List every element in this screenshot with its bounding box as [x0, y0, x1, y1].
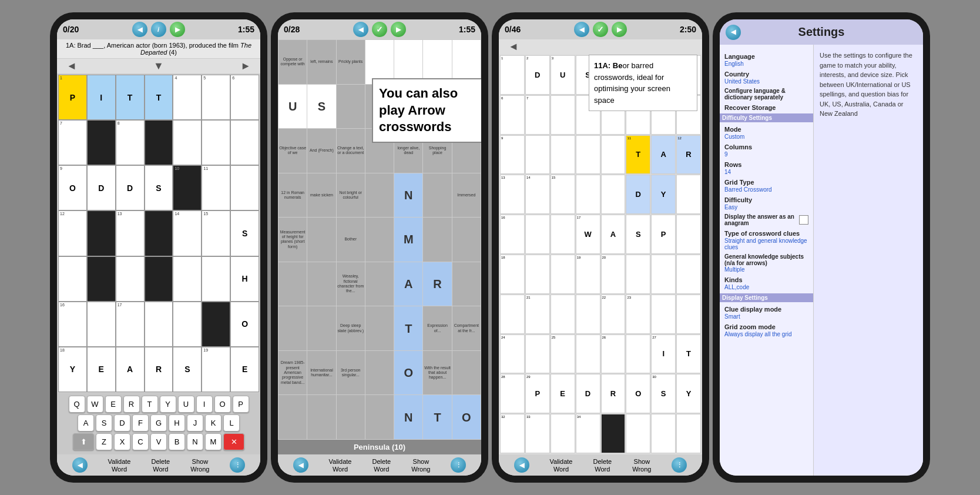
barred-cell[interactable]	[525, 255, 550, 294]
back-icon[interactable]: ◀	[132, 22, 147, 37]
key-e[interactable]: E	[105, 396, 122, 413]
barred-cell[interactable]	[626, 255, 650, 294]
grid-cell[interactable]: S	[230, 210, 259, 256]
grid-cell[interactable]: 6	[230, 75, 259, 120]
grid-cell[interactable]: I	[87, 75, 116, 120]
grid-cell[interactable]: 7	[58, 120, 87, 165]
grid-cell[interactable]: O	[230, 302, 259, 347]
arrow-cell-letter[interactable]: T	[423, 395, 451, 439]
barred-cell[interactable]	[601, 135, 626, 175]
key-f[interactable]: F	[132, 414, 149, 432]
barred-cell[interactable]	[576, 335, 600, 374]
grid-cell[interactable]	[173, 302, 202, 347]
grid-cell[interactable]: 9O	[58, 165, 87, 210]
barred-cell[interactable]: 14	[525, 175, 550, 214]
arrow-cell-letter[interactable]: R	[423, 262, 451, 306]
barred-cell[interactable]	[676, 414, 701, 453]
barred-cell[interactable]: 1	[500, 55, 525, 95]
barred-cell[interactable]: T	[676, 335, 701, 374]
barred-cell[interactable]: O	[626, 374, 650, 413]
check-icon-3[interactable]: ✓	[593, 22, 608, 37]
barred-cell[interactable]: P	[651, 215, 676, 254]
check-icon-2[interactable]: ✓	[372, 22, 387, 37]
key-j[interactable]: J	[187, 414, 203, 432]
grid-cell[interactable]: H	[230, 256, 259, 302]
grid-cell[interactable]	[173, 120, 202, 165]
barred-cell[interactable]: A	[601, 215, 626, 254]
left-arrow-3[interactable]: ◄	[504, 41, 523, 53]
barred-cell[interactable]: 6	[500, 95, 525, 135]
barred-cell[interactable]	[576, 135, 600, 175]
toolbar-back-3[interactable]: ◀	[514, 457, 529, 473]
grid-cell[interactable]: S	[145, 165, 173, 210]
key-y[interactable]: Y	[160, 396, 176, 413]
grid-cell[interactable]	[230, 165, 259, 210]
key-o[interactable]: O	[214, 396, 231, 413]
barred-cell[interactable]: 24	[500, 335, 525, 374]
barred-cell[interactable]: 9	[500, 135, 525, 175]
toolbar-menu-2[interactable]: ⋮	[451, 457, 466, 473]
clue-type-value[interactable]: Straight and general knowledge clues	[724, 238, 808, 250]
anagram-toggle[interactable]	[799, 215, 808, 225]
barred-cell[interactable]	[525, 215, 550, 254]
key-b[interactable]: B	[169, 433, 185, 450]
barred-cell[interactable]: 2D	[525, 55, 550, 95]
arrow-cell-letter[interactable]: S	[307, 85, 335, 129]
key-d[interactable]: D	[114, 414, 130, 432]
grid-zoom-value[interactable]: Always display all the grid	[724, 331, 808, 337]
grid-cell[interactable]: 8	[116, 120, 145, 165]
barred-cell[interactable]	[576, 175, 600, 214]
barred-cell[interactable]: 19	[576, 255, 600, 294]
columns-value[interactable]: 9	[724, 151, 808, 158]
key-delete[interactable]: ✕	[223, 433, 244, 450]
grid-type-value[interactable]: Barred Crossword	[724, 186, 808, 193]
show-wrong-btn-3[interactable]: Show Wrong	[632, 458, 651, 473]
barred-cell[interactable]: 32	[500, 414, 525, 453]
grid-cell[interactable]: 5	[202, 75, 230, 120]
difficulty-value[interactable]: Easy	[724, 204, 808, 210]
key-u[interactable]: U	[178, 396, 194, 413]
barred-cell[interactable]	[551, 295, 575, 334]
grid-cell[interactable]	[202, 256, 230, 302]
barred-cell[interactable]: D	[626, 175, 650, 214]
barred-cell[interactable]	[576, 295, 600, 334]
clue-display-value[interactable]: Smart	[724, 313, 808, 320]
barred-cell[interactable]	[676, 295, 701, 334]
delete-word-btn[interactable]: Delete Word	[151, 458, 170, 473]
validate-word-btn-3[interactable]: Validate Word	[550, 458, 573, 473]
barred-cell[interactable]: 16	[500, 215, 525, 254]
barred-cell[interactable]: 20	[601, 255, 626, 294]
arrow-cell-letter[interactable]: N	[394, 395, 422, 439]
mode-value[interactable]: Custom	[724, 133, 808, 140]
barred-cell[interactable]	[551, 135, 575, 175]
barred-cell[interactable]	[525, 135, 550, 175]
barred-cell[interactable]: S	[626, 215, 650, 254]
toolbar-back-2[interactable]: ◀	[293, 457, 308, 473]
barred-cell[interactable]: Y	[676, 374, 701, 413]
barred-cell[interactable]: 15	[551, 175, 575, 214]
key-x[interactable]: X	[114, 433, 130, 450]
grid-cell[interactable]: 14	[173, 210, 202, 256]
forward-icon-3[interactable]: ▶	[612, 22, 627, 37]
barred-cell[interactable]	[551, 95, 575, 135]
key-i[interactable]: I	[196, 396, 213, 413]
key-v[interactable]: V	[150, 433, 167, 450]
grid-cell[interactable]: 18Y	[58, 347, 87, 392]
barred-cell[interactable]: 22	[601, 295, 626, 334]
grid-cell[interactable]: 17	[116, 302, 145, 347]
show-wrong-btn-2[interactable]: Show Wrong	[411, 458, 430, 473]
grid-cell[interactable]: 19	[202, 347, 230, 392]
key-a[interactable]: A	[78, 414, 94, 432]
back-icon-2[interactable]: ◀	[353, 22, 368, 37]
barred-cell[interactable]	[651, 414, 676, 453]
key-s[interactable]: S	[96, 414, 112, 432]
key-h[interactable]: H	[169, 414, 185, 432]
grid-cell[interactable]: 1P	[58, 75, 87, 120]
grid-cell[interactable]	[145, 302, 173, 347]
info-icon[interactable]: i	[151, 22, 166, 37]
key-k[interactable]: K	[205, 414, 221, 432]
key-q[interactable]: Q	[69, 396, 85, 413]
barred-cell[interactable]: 27I	[651, 335, 676, 374]
toolbar-menu[interactable]: ⋮	[230, 457, 245, 473]
country-value[interactable]: United States	[724, 78, 808, 85]
